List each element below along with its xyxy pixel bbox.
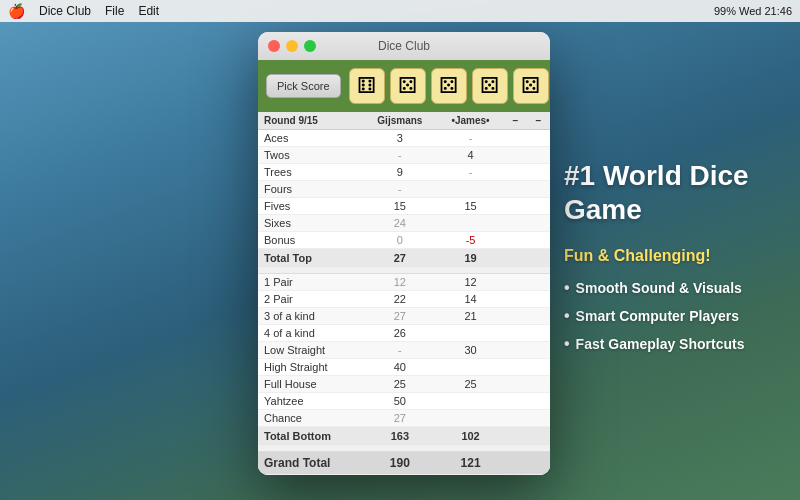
cell bbox=[437, 393, 503, 410]
cell: 25 bbox=[437, 376, 503, 393]
row-label: Fours bbox=[258, 181, 362, 198]
row-label: 1 Pair bbox=[258, 274, 362, 291]
row-yahtzee: Yahtzee 50 bbox=[258, 393, 550, 410]
maximize-button[interactable] bbox=[304, 40, 316, 52]
menubar-file[interactable]: File bbox=[105, 4, 124, 18]
cell: 26 bbox=[362, 325, 437, 342]
row-total-top: Total Top 27 19 bbox=[258, 249, 550, 268]
total-bottom-col1: 163 bbox=[362, 427, 437, 446]
col-round: Round 9/15 bbox=[258, 112, 362, 130]
row-full-house: Full House 25 25 bbox=[258, 376, 550, 393]
row-high-straight: High Straight 40 bbox=[258, 359, 550, 376]
col-player3: – bbox=[504, 112, 527, 130]
cell: -5 bbox=[437, 232, 503, 249]
minimize-button[interactable] bbox=[286, 40, 298, 52]
cell bbox=[504, 198, 527, 215]
cell bbox=[527, 325, 550, 342]
bullet-icon: • bbox=[564, 279, 570, 297]
cell: 12 bbox=[437, 274, 503, 291]
score-table: Round 9/15 Gijsmans •James• – – Aces 3 - bbox=[258, 112, 550, 475]
cell bbox=[527, 130, 550, 147]
row-label: 3 of a kind bbox=[258, 308, 362, 325]
row-label: Aces bbox=[258, 130, 362, 147]
game-area: Pick Score ⚅ ⚄ ⚄ ⚄ ⚄ bbox=[258, 60, 550, 112]
grand-total-col2: 121 bbox=[437, 452, 503, 475]
cell bbox=[504, 215, 527, 232]
cell: 24 bbox=[362, 215, 437, 232]
bullet-icon: • bbox=[564, 335, 570, 353]
die-4[interactable]: ⚄ bbox=[472, 68, 508, 104]
cell bbox=[504, 232, 527, 249]
cell bbox=[527, 249, 550, 268]
menubar-app-name[interactable]: Dice Club bbox=[39, 4, 91, 18]
cell bbox=[504, 249, 527, 268]
cell bbox=[504, 164, 527, 181]
row-label: Bonus bbox=[258, 232, 362, 249]
cell bbox=[504, 308, 527, 325]
titlebar: Dice Club bbox=[258, 32, 550, 60]
row-grand-total: Grand Total 190 121 bbox=[258, 452, 550, 475]
close-button[interactable] bbox=[268, 40, 280, 52]
cell: - bbox=[362, 342, 437, 359]
total-top-label: Total Top bbox=[258, 249, 362, 268]
cell: 15 bbox=[362, 198, 437, 215]
cell: 15 bbox=[437, 198, 503, 215]
pick-score-button[interactable]: Pick Score bbox=[266, 74, 341, 98]
cell bbox=[527, 147, 550, 164]
cell: 14 bbox=[437, 291, 503, 308]
table-header-row: Round 9/15 Gijsmans •James• – – bbox=[258, 112, 550, 130]
dice-area: ⚅ ⚄ ⚄ ⚄ ⚄ bbox=[349, 68, 549, 104]
cell bbox=[527, 452, 550, 475]
cell: 27 bbox=[362, 410, 437, 427]
grand-total-col1: 190 bbox=[362, 452, 437, 475]
cell bbox=[437, 359, 503, 376]
cell bbox=[527, 410, 550, 427]
cell: 12 bbox=[362, 274, 437, 291]
die-5[interactable]: ⚄ bbox=[513, 68, 549, 104]
die-2[interactable]: ⚄ bbox=[390, 68, 426, 104]
row-aces: Aces 3 - bbox=[258, 130, 550, 147]
window-title: Dice Club bbox=[378, 39, 430, 53]
cell bbox=[527, 164, 550, 181]
cell bbox=[437, 325, 503, 342]
col-player4: – bbox=[527, 112, 550, 130]
cell bbox=[527, 291, 550, 308]
cell: 40 bbox=[362, 359, 437, 376]
row-label: Chance bbox=[258, 410, 362, 427]
cell bbox=[527, 393, 550, 410]
total-top-col1: 27 bbox=[362, 249, 437, 268]
cell bbox=[527, 232, 550, 249]
apple-menu-icon[interactable]: 🍎 bbox=[8, 3, 25, 19]
row-label: Full House bbox=[258, 376, 362, 393]
row-bonus: Bonus 0 -5 bbox=[258, 232, 550, 249]
row-4ofakind: 4 of a kind 26 bbox=[258, 325, 550, 342]
row-label: High Straight bbox=[258, 359, 362, 376]
cell bbox=[527, 427, 550, 446]
cell: - bbox=[437, 164, 503, 181]
cell bbox=[527, 274, 550, 291]
row-label: 2 Pair bbox=[258, 291, 362, 308]
promo-subtitle: Fun & Challenging! bbox=[564, 247, 776, 265]
die-3[interactable]: ⚄ bbox=[431, 68, 467, 104]
row-total-bottom: Total Bottom 163 102 bbox=[258, 427, 550, 446]
cell bbox=[527, 215, 550, 232]
cell: 9 bbox=[362, 164, 437, 181]
row-label: 4 of a kind bbox=[258, 325, 362, 342]
row-label: Low Straight bbox=[258, 342, 362, 359]
cell bbox=[527, 181, 550, 198]
cell: - bbox=[362, 147, 437, 164]
app-window: Dice Club Pick Score ⚅ ⚄ ⚄ ⚄ ⚄ Round 9/1… bbox=[258, 32, 550, 475]
row-chance: Chance 27 bbox=[258, 410, 550, 427]
row-low-straight: Low Straight - 30 bbox=[258, 342, 550, 359]
row-fives: Fives 15 15 bbox=[258, 198, 550, 215]
cell bbox=[527, 308, 550, 325]
menubar-edit[interactable]: Edit bbox=[138, 4, 159, 18]
cell bbox=[527, 198, 550, 215]
cell bbox=[504, 359, 527, 376]
die-1[interactable]: ⚅ bbox=[349, 68, 385, 104]
cell bbox=[504, 427, 527, 446]
cell: 4 bbox=[437, 147, 503, 164]
cell bbox=[504, 376, 527, 393]
bullet-icon: • bbox=[564, 307, 570, 325]
row-label: Fives bbox=[258, 198, 362, 215]
